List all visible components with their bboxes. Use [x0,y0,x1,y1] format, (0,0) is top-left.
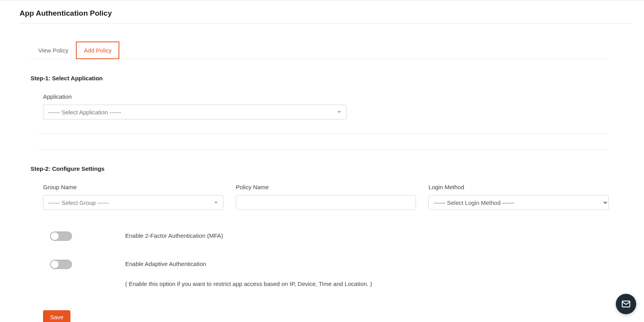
group-name-select[interactable]: ------ Select Group ------ [43,195,223,210]
tab-view-policy[interactable]: View Policy [31,42,76,59]
tabs-bar: View Policy Add Policy [31,41,609,59]
step2-title: Step-2: Configure Settings [31,165,609,172]
toggle-knob [51,260,59,268]
policy-name-input[interactable] [236,195,416,210]
section-divider [38,133,609,134]
login-method-select[interactable]: ------ Select Login Method ------ [428,195,609,210]
group-name-select-value: ------ Select Group ------ [48,199,109,206]
adaptive-toggle-hint: ( Enable this option if you want to rest… [125,280,609,289]
chevron-down-icon [214,202,218,203]
adaptive-toggle-label: Enable Adaptive Authentication [125,260,609,269]
mfa-toggle-label: Enable 2-Factor Authentication (MFA) [125,232,609,241]
tab-add-policy[interactable]: Add Policy [76,42,119,59]
chevron-down-icon [338,111,341,113]
help-fab[interactable] [616,294,636,314]
application-label: Application [43,93,609,100]
group-name-label: Group Name [43,184,223,190]
mail-icon [621,299,631,309]
toggle-knob [51,232,59,240]
login-method-label: Login Method [428,184,609,190]
policy-name-label: Policy Name [236,184,416,190]
application-select-value: ------ Select Application ------ [48,109,121,116]
page-title: App Authentication Policy [20,9,632,24]
mfa-toggle[interactable] [50,232,72,241]
save-button[interactable]: Save [43,310,70,322]
adaptive-toggle[interactable] [50,260,72,269]
application-select[interactable]: ------ Select Application ------ [43,105,347,119]
section-divider [38,149,609,150]
step1-title: Step-1: Select Application [31,75,609,81]
